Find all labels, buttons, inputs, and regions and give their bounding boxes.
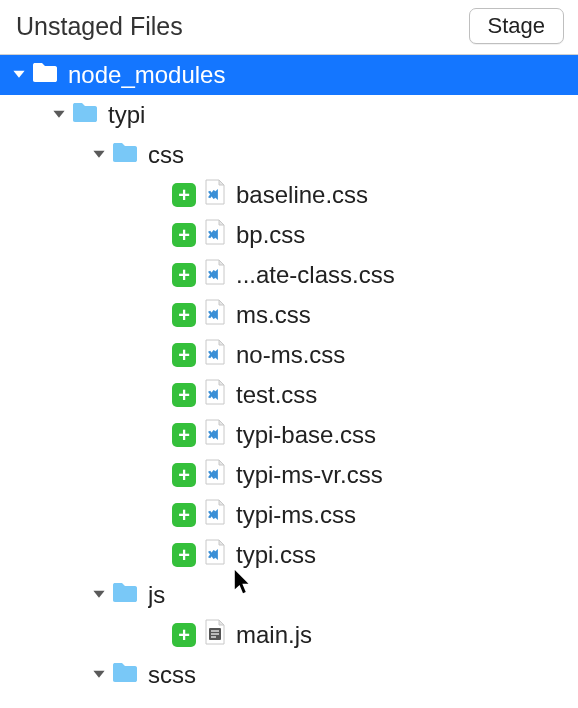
vscode-file-icon xyxy=(204,539,236,571)
tree-file[interactable]: ms.css xyxy=(0,295,578,335)
tree-item-label: test.css xyxy=(236,381,317,409)
tree-file[interactable]: bp.css xyxy=(0,215,578,255)
folder-icon xyxy=(112,141,148,169)
tree-item-label: bp.css xyxy=(236,221,305,249)
folder-icon xyxy=(32,61,68,89)
tree-file[interactable]: typi.css xyxy=(0,535,578,575)
tree-file[interactable]: no-ms.css xyxy=(0,335,578,375)
svg-rect-2 xyxy=(211,633,219,635)
tree-file[interactable]: typi-ms.css xyxy=(0,495,578,535)
tree-file[interactable]: ...ate-class.css xyxy=(0,255,578,295)
vscode-file-icon xyxy=(204,499,236,531)
tree-item-label: no-ms.css xyxy=(236,341,345,369)
tree-file[interactable]: test.css xyxy=(0,375,578,415)
tree-folder[interactable]: js xyxy=(0,575,578,615)
tree-folder[interactable]: typi xyxy=(0,95,578,135)
status-added-icon xyxy=(172,543,196,567)
tree-item-label: typi.css xyxy=(236,541,316,569)
folder-icon xyxy=(72,101,108,129)
tree-item-label: typi xyxy=(108,101,145,129)
status-added-icon xyxy=(172,343,196,367)
tree-item-label: typi-ms-vr.css xyxy=(236,461,383,489)
tree-item-label: css xyxy=(148,141,184,169)
tree-item-label: ms.css xyxy=(236,301,311,329)
tree-file[interactable]: baseline.css xyxy=(0,175,578,215)
tree-item-label: ...ate-class.css xyxy=(236,261,395,289)
tree-item-label: js xyxy=(148,581,165,609)
vscode-file-icon xyxy=(204,459,236,491)
chevron-down-icon[interactable] xyxy=(92,148,112,162)
vscode-file-icon xyxy=(204,299,236,331)
js-file-icon xyxy=(204,619,236,651)
status-added-icon xyxy=(172,423,196,447)
tree-item-label: baseline.css xyxy=(236,181,368,209)
vscode-file-icon xyxy=(204,259,236,291)
folder-icon xyxy=(112,661,148,689)
tree-item-label: typi-ms.css xyxy=(236,501,356,529)
unstaged-header: Unstaged Files Stage xyxy=(0,0,578,55)
tree-folder[interactable]: scss xyxy=(0,655,578,695)
tree-file[interactable]: typi-base.css xyxy=(0,415,578,455)
vscode-file-icon xyxy=(204,419,236,451)
status-added-icon xyxy=(172,463,196,487)
tree-item-label: node_modules xyxy=(68,61,225,89)
vscode-file-icon xyxy=(204,219,236,251)
chevron-down-icon[interactable] xyxy=(92,588,112,602)
vscode-file-icon xyxy=(204,379,236,411)
vscode-file-icon xyxy=(204,179,236,211)
status-added-icon xyxy=(172,303,196,327)
tree-folder[interactable]: node_modules xyxy=(0,55,578,95)
svg-rect-3 xyxy=(211,636,216,638)
status-added-icon xyxy=(172,183,196,207)
status-added-icon xyxy=(172,383,196,407)
status-added-icon xyxy=(172,223,196,247)
tree-file[interactable]: typi-ms-vr.css xyxy=(0,455,578,495)
status-added-icon xyxy=(172,503,196,527)
vscode-file-icon xyxy=(204,339,236,371)
svg-rect-1 xyxy=(211,630,219,632)
folder-icon xyxy=(112,581,148,609)
chevron-down-icon[interactable] xyxy=(12,68,32,82)
chevron-down-icon[interactable] xyxy=(52,108,72,122)
file-tree: node_modulestypicss baseline.css bp.css … xyxy=(0,55,578,695)
tree-folder[interactable]: css xyxy=(0,135,578,175)
tree-file[interactable]: main.js xyxy=(0,615,578,655)
status-added-icon xyxy=(172,263,196,287)
stage-button[interactable]: Stage xyxy=(469,8,565,44)
tree-item-label: main.js xyxy=(236,621,312,649)
panel-title: Unstaged Files xyxy=(16,12,183,41)
tree-item-label: typi-base.css xyxy=(236,421,376,449)
tree-item-label: scss xyxy=(148,661,196,689)
chevron-down-icon[interactable] xyxy=(92,668,112,682)
status-added-icon xyxy=(172,623,196,647)
